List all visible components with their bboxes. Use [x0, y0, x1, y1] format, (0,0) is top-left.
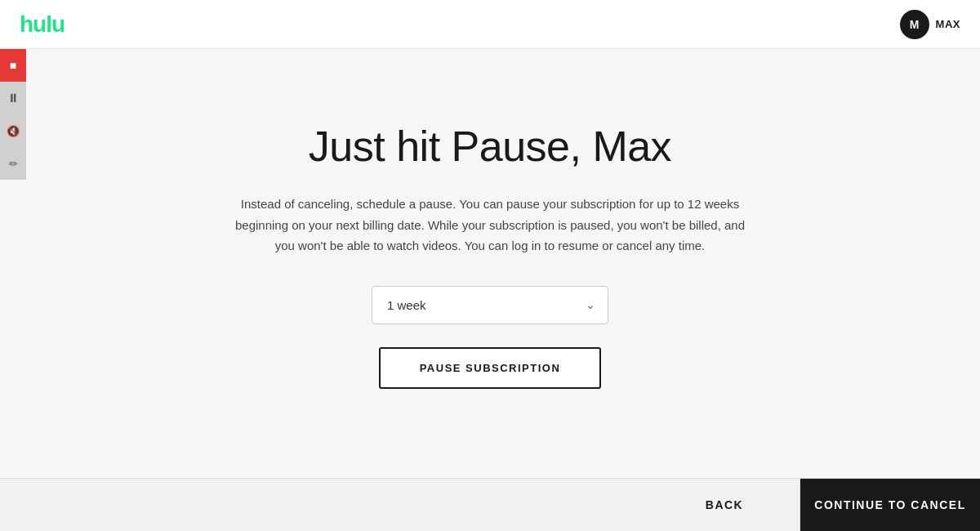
footer-bar: BACK CONTINUE TO CANCEL [0, 478, 980, 531]
red-square-icon[interactable]: ■ [0, 49, 26, 82]
user-area: M MAX [900, 10, 960, 39]
pause-subscription-button[interactable]: PAUSE SUBSCRIPTION [379, 347, 602, 389]
left-sidebar: ■ ⏸ 🔇 ✏ [0, 49, 26, 180]
back-button[interactable]: BACK [649, 479, 800, 532]
app-header: hulu M MAX [0, 0, 980, 49]
pause-icon[interactable]: ⏸ [0, 82, 26, 114]
pause-duration-dropdown-container[interactable]: 1 week 2 weeks 3 weeks 4 weeks 5 weeks 6… [372, 286, 608, 324]
edit-icon[interactable]: ✏ [0, 147, 26, 180]
username-label: MAX [936, 18, 960, 30]
continue-to-cancel-button[interactable]: CONTINUE TO CANCEL [800, 479, 980, 532]
main-content: Just hit Pause, Max Instead of canceling… [0, 49, 980, 478]
page-title: Just hit Pause, Max [309, 122, 671, 171]
description-text: Instead of canceling, schedule a pause. … [229, 194, 751, 257]
hulu-logo: hulu [20, 11, 65, 38]
pause-duration-select[interactable]: 1 week 2 weeks 3 weeks 4 weeks 5 weeks 6… [372, 286, 608, 324]
avatar[interactable]: M [900, 10, 929, 39]
mute-icon[interactable]: 🔇 [0, 114, 26, 147]
